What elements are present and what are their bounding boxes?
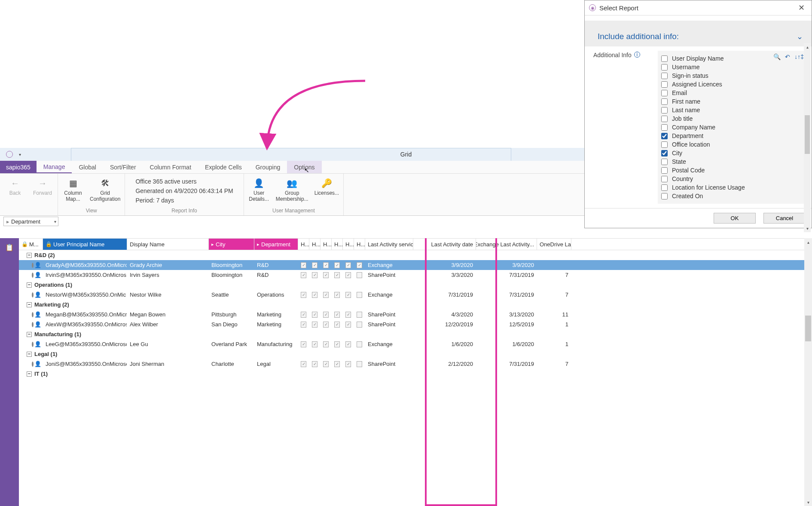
department-combo[interactable]: ▸Department▾: [3, 217, 58, 226]
additional-info-item[interactable]: Sign-in status: [661, 71, 778, 80]
ok-button[interactable]: OK: [714, 213, 756, 224]
checkbox[interactable]: [661, 55, 668, 62]
checkbox[interactable]: [661, 107, 668, 113]
col-onedrive-last[interactable]: OneDrive Last: [537, 239, 571, 250]
group-row[interactable]: −R&D (2): [19, 250, 812, 260]
checkbox[interactable]: [661, 184, 668, 191]
col-exchange-last-activity[interactable]: Exchange Last Activity...: [476, 239, 537, 250]
grid-config-button[interactable]: 🛠Grid Configuration: [90, 175, 120, 207]
collapse-icon[interactable]: −: [27, 253, 32, 258]
collapse-icon[interactable]: −: [27, 332, 32, 337]
group-row[interactable]: −Legal (1): [19, 349, 812, 359]
collapse-icon[interactable]: −: [27, 302, 32, 307]
col-city[interactable]: City: [209, 239, 254, 250]
tab-global[interactable]: Global: [72, 161, 103, 173]
col-last-activity-date[interactable]: Last Activity date: [413, 239, 476, 250]
tab-options[interactable]: Options: [287, 161, 321, 173]
checkbox[interactable]: [661, 141, 668, 148]
forward-button[interactable]: →Forward: [32, 175, 53, 207]
tab-explodecells[interactable]: Explode Cells: [198, 161, 249, 173]
collapse-icon[interactable]: −: [27, 352, 32, 357]
col-h1[interactable]: H...: [298, 239, 309, 250]
close-icon[interactable]: ✕: [796, 3, 807, 12]
col-h3[interactable]: H...: [321, 239, 332, 250]
additional-info-item[interactable]: First name: [661, 97, 778, 106]
additional-info-item[interactable]: Created On: [661, 192, 778, 200]
group-row[interactable]: −Marketing (2): [19, 300, 812, 310]
additional-info-item[interactable]: Department: [661, 132, 778, 140]
col-m[interactable]: 🔒M...: [19, 239, 43, 250]
checkbox[interactable]: [661, 167, 668, 174]
additional-info-item[interactable]: Office location: [661, 140, 778, 149]
additional-info-item[interactable]: City: [661, 149, 778, 157]
info-icon[interactable]: i: [634, 52, 640, 58]
table-row[interactable]: 👤GradyA@M365x393550.OnMicroGrady ArchieB…: [19, 260, 812, 270]
checkbox[interactable]: [661, 64, 668, 71]
additional-info-item[interactable]: Assigned Licences: [661, 80, 778, 89]
collapse-icon[interactable]: −: [27, 371, 32, 377]
group-row[interactable]: −Manufacturing (1): [19, 329, 812, 339]
col-h4[interactable]: H...: [332, 239, 343, 250]
additional-info-item[interactable]: State: [661, 157, 778, 166]
additional-info-item[interactable]: User Display Name: [661, 54, 778, 63]
col-h2[interactable]: H...: [309, 239, 321, 250]
col-display-name[interactable]: Display Name: [127, 239, 209, 250]
licenses-button[interactable]: 🔑Licenses...: [314, 175, 339, 207]
scroll-down-icon[interactable]: ▾: [804, 498, 812, 506]
checkbox[interactable]: [661, 116, 668, 122]
cancel-button[interactable]: Cancel: [763, 213, 806, 224]
additional-info-item[interactable]: Username: [661, 63, 778, 71]
search-icon[interactable]: 🔍: [773, 53, 781, 60]
checkbox[interactable]: [661, 98, 668, 105]
additional-info-item[interactable]: Email: [661, 89, 778, 97]
table-row[interactable]: 👤LeeG@M365x393550.OnMicrosoLee GuOverlan…: [19, 339, 812, 349]
table-row[interactable]: 👤JoniS@M365x393550.OnMicrosoJoni Sherman…: [19, 359, 812, 369]
checkbox[interactable]: [661, 176, 668, 182]
tab-columnformat[interactable]: Column Format: [143, 161, 198, 173]
checkbox[interactable]: [661, 73, 668, 79]
dialog-scrollbar[interactable]: ▴ ▾: [804, 43, 811, 232]
additional-info-item[interactable]: Country: [661, 175, 778, 183]
group-row[interactable]: −IT (1): [19, 369, 812, 379]
back-button[interactable]: ←Back: [4, 175, 26, 207]
checkbox[interactable]: [661, 193, 668, 199]
scroll-up-icon[interactable]: ▴: [804, 43, 811, 51]
sort-icon[interactable]: ↓↑‡: [794, 53, 804, 60]
product-tab[interactable]: sapio365: [0, 161, 37, 173]
tab-sortfilter[interactable]: Sort/Filter: [103, 161, 143, 173]
col-upn[interactable]: 🔒User Principal Name: [43, 239, 127, 250]
table-row[interactable]: 👤AlexW@M365x393550.OnMicrosAlex WilberSa…: [19, 319, 812, 329]
additional-info-item[interactable]: Last name: [661, 106, 778, 114]
col-h6[interactable]: H...: [354, 239, 365, 250]
scroll-down-icon[interactable]: ▾: [804, 224, 811, 232]
collapse-icon[interactable]: −: [27, 282, 32, 288]
table-row[interactable]: 👤MeganB@M365x393550.OnMicrMegan BowenPit…: [19, 310, 812, 319]
checkbox[interactable]: [661, 124, 668, 131]
qat-dropdown-icon[interactable]: ▾: [19, 152, 21, 157]
tab-manage[interactable]: Manage: [37, 161, 72, 173]
checkbox[interactable]: [661, 81, 668, 88]
col-h5[interactable]: H...: [343, 239, 354, 250]
additional-info-item[interactable]: Location for License Usage: [661, 183, 778, 192]
undo-icon[interactable]: ↶: [785, 53, 790, 60]
column-map-button[interactable]: ▦Column Map...: [62, 175, 84, 207]
group-membership-button[interactable]: 👥Group Membership...: [276, 175, 308, 207]
section-header[interactable]: Include additional info: ⌄: [585, 28, 812, 46]
additional-info-item[interactable]: Company Name: [661, 123, 778, 132]
col-last-activity-service[interactable]: Last Activity service: [365, 239, 413, 250]
table-row[interactable]: 👤IrvinS@M365x393550.OnMicrosIrvin Sayers…: [19, 270, 812, 280]
checkbox[interactable]: [661, 133, 668, 139]
checkbox[interactable]: [661, 159, 668, 165]
group-row[interactable]: −Operations (1): [19, 280, 812, 290]
additional-info-item[interactable]: Postal Code: [661, 166, 778, 175]
user-details-button[interactable]: 👤User Details...: [248, 175, 270, 207]
tab-grouping[interactable]: Grouping: [249, 161, 287, 173]
grid-scrollbar[interactable]: ▴ ▾: [804, 238, 812, 506]
col-department[interactable]: Department: [254, 239, 298, 250]
rail-clipboard-icon[interactable]: 📋: [3, 241, 16, 254]
checkbox[interactable]: [661, 150, 668, 156]
checkbox[interactable]: [661, 90, 668, 96]
table-row[interactable]: 👤NestorW@M365x393550.OnMicNestor WilkeSe…: [19, 290, 812, 300]
additional-info-item[interactable]: Job title: [661, 114, 778, 123]
scroll-up-icon[interactable]: ▴: [804, 238, 812, 246]
